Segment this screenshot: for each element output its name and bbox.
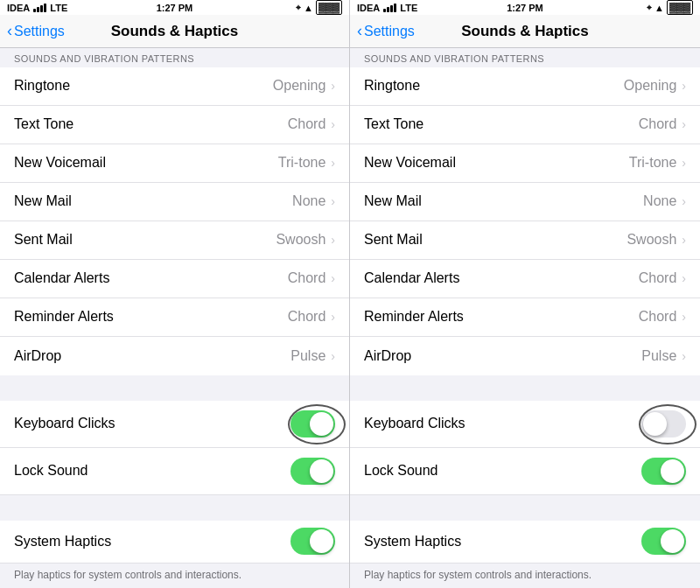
sent-mail-row[interactable]: Sent Mail Swoosh › xyxy=(0,221,349,260)
sent-mail-row-r[interactable]: Sent Mail Swoosh › xyxy=(350,221,700,260)
keyboard-clicks-toggle-right[interactable] xyxy=(641,410,686,438)
reminder-alerts-row[interactable]: Reminder Alerts Chord › xyxy=(0,298,349,337)
time-label: 1:27 PM xyxy=(157,3,193,13)
text-tone-chevron-icon: › xyxy=(331,117,335,131)
back-button-right[interactable]: ‹ Settings xyxy=(357,22,415,40)
system-haptics-desc-text-right: Play haptics for system controls and int… xyxy=(364,569,592,581)
new-voicemail-label: New Voicemail xyxy=(14,155,106,171)
lock-sound-toggle-right[interactable] xyxy=(641,458,686,485)
sent-mail-value: Swoosh › xyxy=(276,232,335,248)
new-mail-row[interactable]: New Mail None › xyxy=(0,183,349,221)
new-mail-row-r[interactable]: New Mail None › xyxy=(350,183,700,221)
ringtone-value-text-r: Opening xyxy=(624,78,677,94)
ringtone-chevron-icon-r: › xyxy=(682,79,686,93)
back-chevron-icon-right: ‹ xyxy=(357,22,362,40)
sent-mail-label: Sent Mail xyxy=(14,232,73,248)
back-label: Settings xyxy=(14,24,65,39)
new-mail-value: None › xyxy=(292,193,335,209)
back-label-right: Settings xyxy=(364,24,415,39)
new-voicemail-row[interactable]: New Voicemail Tri-tone › xyxy=(0,144,349,183)
calendar-alerts-value-text-r: Chord xyxy=(639,270,677,286)
new-mail-value-text: None xyxy=(292,193,326,209)
back-button-left[interactable]: ‹ Settings xyxy=(7,22,65,40)
ringtone-chevron-icon: › xyxy=(331,79,335,93)
signal-bars-right xyxy=(383,3,396,12)
calendar-alerts-chevron-icon-r: › xyxy=(682,271,686,285)
text-tone-chevron-icon-r: › xyxy=(682,117,686,131)
toggle-knob-right xyxy=(643,412,667,436)
system-haptics-toggle-left[interactable] xyxy=(290,528,335,555)
haptics-toggle-knob xyxy=(310,529,333,553)
system-haptics-row-left[interactable]: System Haptics xyxy=(0,521,349,564)
airdrop-row-r[interactable]: AirDrop Pulse › xyxy=(350,337,700,375)
settings-group-left: Ringtone Opening › Text Tone Chord › New… xyxy=(0,67,349,375)
airdrop-value-text: Pulse xyxy=(290,348,326,364)
reminder-alerts-label-r: Reminder Alerts xyxy=(364,309,464,325)
haptics-toggle-knob-right xyxy=(661,529,684,553)
new-mail-value-r: None › xyxy=(643,193,686,209)
signal-bars xyxy=(33,3,46,12)
keyboard-clicks-row-left[interactable]: Keyboard Clicks xyxy=(0,401,349,448)
lock-sound-toggle-left[interactable] xyxy=(290,458,335,485)
lock-sound-label-left: Lock Sound xyxy=(14,463,88,479)
bar4 xyxy=(44,4,46,12)
new-voicemail-chevron-icon: › xyxy=(331,156,335,170)
keyboard-clicks-label-left: Keyboard Clicks xyxy=(14,416,116,431)
ringtone-row[interactable]: Ringtone Opening › xyxy=(0,67,349,106)
system-haptics-desc-left: Play haptics for system controls and int… xyxy=(0,564,349,588)
bar1 xyxy=(33,9,36,12)
ringtone-value-text: Opening xyxy=(273,78,326,94)
reminder-alerts-row-r[interactable]: Reminder Alerts Chord › xyxy=(350,298,700,337)
airdrop-row[interactable]: AirDrop Pulse › xyxy=(0,337,349,375)
new-mail-chevron-icon-r: › xyxy=(682,194,686,208)
calendar-alerts-row-r[interactable]: Calendar Alerts Chord › xyxy=(350,260,700,298)
section-header-left: SOUNDS AND VIBRATION PATTERNS xyxy=(0,48,349,67)
new-voicemail-row-r[interactable]: New Voicemail Tri-tone › xyxy=(350,144,700,183)
calendar-alerts-row[interactable]: Calendar Alerts Chord › xyxy=(0,260,349,298)
reminder-alerts-value-r: Chord › xyxy=(639,309,686,325)
ringtone-row-r[interactable]: Ringtone Opening › xyxy=(350,67,700,106)
location-icon-right: ⌖ xyxy=(647,3,652,13)
keyboard-clicks-row-right[interactable]: Keyboard Clicks xyxy=(350,401,700,448)
new-voicemail-value-text: Tri-tone xyxy=(278,155,326,171)
network-type-right: LTE xyxy=(400,3,417,13)
airdrop-label: AirDrop xyxy=(14,348,61,364)
bar3 xyxy=(40,5,43,12)
status-left-right: IDEA LTE xyxy=(357,3,417,13)
calendar-alerts-chevron-icon: › xyxy=(331,271,335,285)
section-divider-right xyxy=(350,375,700,401)
lock-sound-label-right: Lock Sound xyxy=(364,463,438,479)
ringtone-label: Ringtone xyxy=(14,78,70,94)
system-haptics-row-right[interactable]: System Haptics xyxy=(350,521,700,564)
lock-sound-row-left[interactable]: Lock Sound xyxy=(0,448,349,495)
right-phone-panel: IDEA LTE 1:27 PM ⌖ ▲ ▓▓▓ ‹ Settings Soun… xyxy=(350,0,700,588)
nav-bar-left: ‹ Settings Sounds & Haptics xyxy=(0,15,349,48)
reminder-alerts-chevron-icon-r: › xyxy=(682,310,686,324)
new-voicemail-value-text-r: Tri-tone xyxy=(629,155,677,171)
airdrop-value-text-r: Pulse xyxy=(641,348,676,364)
system-haptics-toggle-right[interactable] xyxy=(641,528,686,555)
keyboard-clicks-toggle-left[interactable] xyxy=(290,410,335,438)
text-tone-value-r: Chord › xyxy=(639,116,686,132)
status-right: ⌖ ▲ ▓▓▓ xyxy=(296,0,342,15)
carrier-label: IDEA xyxy=(7,3,30,13)
lock-sound-wrap-right: Lock Sound xyxy=(350,448,700,495)
section-header-right: SOUNDS AND VIBRATION PATTERNS xyxy=(350,48,700,67)
sent-mail-label-r: Sent Mail xyxy=(364,232,423,248)
lock-sound-wrap-left: Lock Sound xyxy=(0,448,349,495)
text-tone-label: Text Tone xyxy=(14,116,74,132)
wifi-icon: ▲ xyxy=(304,3,313,13)
page-title-left: Sounds & Haptics xyxy=(111,23,238,40)
toggle-knob xyxy=(310,412,333,436)
text-tone-value: Chord › xyxy=(288,116,335,132)
lock-sound-row-right[interactable]: Lock Sound xyxy=(350,448,700,495)
text-tone-row[interactable]: Text Tone Chord › xyxy=(0,106,349,144)
airdrop-label-r: AirDrop xyxy=(364,348,411,364)
reminder-alerts-chevron-icon: › xyxy=(331,310,335,324)
system-haptics-desc-right: Play haptics for system controls and int… xyxy=(350,564,700,588)
text-tone-row-r[interactable]: Text Tone Chord › xyxy=(350,106,700,144)
location-icon: ⌖ xyxy=(296,3,301,13)
airdrop-chevron-icon-r: › xyxy=(682,349,686,363)
calendar-alerts-label-r: Calendar Alerts xyxy=(364,270,459,286)
reminder-alerts-label: Reminder Alerts xyxy=(14,309,114,325)
